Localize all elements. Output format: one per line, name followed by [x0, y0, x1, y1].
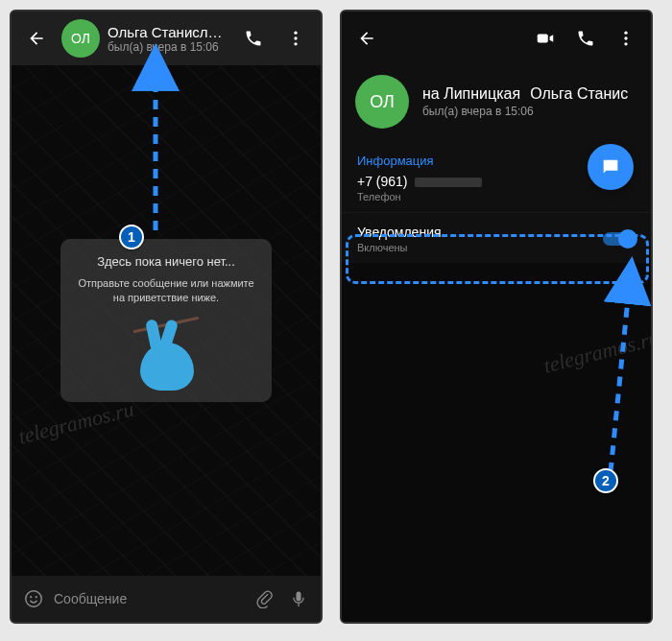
profile-name-part2: Ольга Станис: [530, 85, 628, 103]
svg-point-3: [26, 591, 42, 607]
microphone-icon: [289, 589, 308, 608]
avatar[interactable]: ОЛ: [61, 19, 100, 58]
chat-screen: ОЛ Ольга Станиславо... был(а) вчера в 15…: [10, 10, 323, 624]
annotation-badge-2: 2: [593, 468, 618, 493]
notifications-toggle[interactable]: [603, 232, 636, 246]
attach-button[interactable]: [250, 582, 278, 616]
message-fab[interactable]: [588, 144, 634, 190]
svg-point-2: [294, 42, 297, 45]
chat-body: telegramos.ru Здесь пока ничего нет... О…: [12, 65, 321, 576]
svg-point-11: [624, 42, 627, 45]
back-button[interactable]: [349, 21, 384, 56]
annotation-badge-1: 1: [119, 225, 144, 249]
call-button[interactable]: [568, 21, 603, 56]
video-icon: [535, 28, 556, 49]
smile-icon: [23, 588, 44, 609]
svg-point-4: [30, 596, 32, 598]
chat-title-block[interactable]: Ольга Станиславо... был(а) вчера в 15:06: [108, 24, 228, 54]
profile-subtitle: был(а) вчера в 15:06: [422, 105, 637, 118]
phone-icon: [244, 29, 263, 48]
chat-subtitle: был(а) вчера в 15:06: [108, 40, 228, 54]
paperclip-icon: [254, 589, 274, 608]
chat-title: Ольга Станиславо...: [108, 24, 228, 40]
avatar[interactable]: ОЛ: [355, 75, 409, 129]
svg-point-0: [294, 32, 297, 35]
more-vertical-icon: [616, 29, 636, 48]
notifications-row[interactable]: Уведомления Включены: [342, 212, 651, 263]
phone-icon: [576, 29, 595, 48]
profile-top-bar: [342, 12, 651, 65]
message-input[interactable]: [54, 591, 244, 606]
notifications-label: Уведомления: [357, 225, 603, 240]
profile-header: ОЛ на Липницкая Ольга Станис был(а) вчер…: [342, 65, 651, 142]
notifications-state: Включены: [357, 242, 603, 253]
voice-button[interactable]: [284, 582, 313, 616]
arrow-left-icon: [357, 29, 376, 48]
svg-point-10: [624, 36, 627, 39]
phone-value: +7 (961): [357, 174, 408, 189]
call-button[interactable]: [236, 21, 271, 56]
chat-icon: [600, 156, 621, 178]
watermark: telegramos.ru: [16, 397, 136, 450]
more-menu-button[interactable]: [609, 21, 643, 56]
svg-rect-6: [297, 592, 301, 602]
more-menu-button[interactable]: [278, 21, 313, 56]
profile-screen: ОЛ на Липницкая Ольга Станис был(а) вчер…: [340, 10, 653, 624]
greeting-sticker[interactable]: [123, 314, 209, 391]
message-input-bar: [12, 576, 321, 622]
phone-label: Телефон: [357, 191, 636, 202]
back-button[interactable]: [19, 21, 54, 56]
arrow-left-icon: [27, 29, 46, 48]
empty-chat-card[interactable]: Здесь пока ничего нет... Отправьте сообщ…: [60, 239, 272, 403]
svg-point-1: [294, 36, 297, 39]
more-vertical-icon: [286, 29, 305, 48]
svg-point-9: [624, 32, 627, 35]
video-call-button[interactable]: [528, 21, 563, 56]
profile-name-part1: на Липницкая: [422, 85, 520, 103]
phone-redacted: [415, 178, 482, 187]
emoji-button[interactable]: [19, 582, 48, 616]
empty-desc: Отправьте сообщение или нажмите на приве…: [74, 276, 258, 305]
svg-point-5: [36, 596, 37, 598]
svg-rect-8: [538, 34, 548, 42]
watermark: telegramos.ru: [541, 326, 653, 379]
chat-header: ОЛ Ольга Станиславо... был(а) вчера в 15…: [12, 12, 321, 65]
empty-title: Здесь пока ничего нет...: [74, 254, 258, 269]
profile-name-block: на Липницкая Ольга Станис был(а) вчера в…: [422, 85, 637, 118]
